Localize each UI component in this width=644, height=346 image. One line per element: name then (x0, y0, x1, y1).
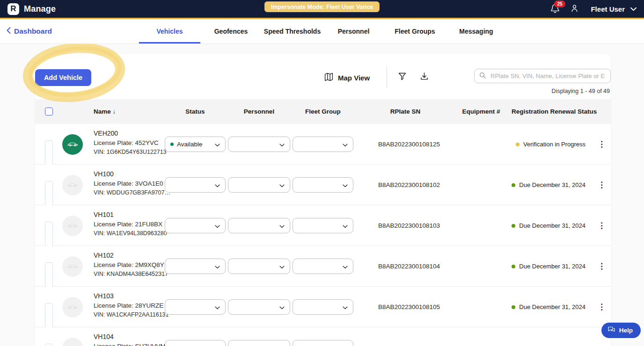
fleet-group-select[interactable] (293, 137, 353, 152)
tab-speed-thresholds[interactable]: Speed Thresholds (262, 19, 323, 43)
vehicle-avatar (62, 297, 83, 317)
filter-button[interactable] (397, 72, 407, 83)
search-input[interactable] (490, 72, 606, 80)
vehicle-info: VH103 License Plate: 28YURZE VIN: WA1CKA… (94, 293, 169, 317)
personnel-select[interactable] (228, 259, 290, 274)
back-to-dashboard-link[interactable]: Dashboard (7, 19, 52, 43)
vehicle-avatar (62, 338, 83, 346)
due-status-dot (512, 265, 515, 268)
vehicle-license-plate: License Plate: 452YVC (94, 140, 167, 146)
renewal-status: Due December 31, 2024 (512, 246, 585, 287)
tab-geofences[interactable]: Geofences (200, 19, 262, 43)
vehicle-name: VH102 (94, 252, 168, 259)
fleet-group-select[interactable] (293, 259, 353, 274)
chevron-down-icon (343, 344, 348, 346)
tab-messaging[interactable]: Messaging (446, 19, 507, 43)
add-vehicle-button[interactable]: Add Vehicle (35, 69, 91, 86)
vehicle-avatar (62, 216, 83, 236)
status-select[interactable] (165, 340, 226, 346)
status-select[interactable]: Available (165, 137, 226, 152)
table-row: VH101 License Plate: 21FU8BX VIN: WA1EV9… (35, 205, 611, 246)
available-status-dot (170, 143, 174, 146)
vehicle-license-plate: License Plate: 2M9XQ8Y (94, 262, 168, 268)
vehicle-vin: VIN: WDDUG7GB3FA9707… (94, 190, 170, 196)
fleet-group-select[interactable] (293, 177, 353, 193)
row-actions-menu[interactable]: ⋮ (598, 124, 606, 165)
table-row: VH104 License Plate: SU7UVVM (35, 327, 611, 346)
vehicle-name: VH103 (94, 293, 169, 299)
fleet-group-select[interactable] (293, 299, 353, 315)
topbar-actions: 25 Fleet User (550, 3, 637, 14)
account-button[interactable] (570, 3, 579, 14)
row-actions-menu[interactable]: ⋮ (598, 287, 606, 327)
tab-fleet-groups[interactable]: Fleet Groups (384, 19, 446, 43)
gold-divider (0, 18, 644, 19)
chevron-down-icon (215, 344, 220, 346)
personnel-select[interactable] (228, 177, 290, 193)
vehicle-license-plate: License Plate: 28YURZE (94, 303, 169, 309)
select-all-checkbox[interactable] (45, 108, 53, 115)
download-button[interactable] (419, 72, 429, 83)
chevron-left-icon (7, 27, 11, 36)
vehicle-name: VH104 (94, 333, 166, 340)
row-checkbox[interactable] (45, 344, 53, 346)
chevron-down-icon (343, 303, 348, 311)
vehicle-license-plate: License Plate: 3VOA1E0 (94, 180, 170, 187)
car-icon (66, 303, 79, 312)
fleet-group-select[interactable] (293, 218, 353, 233)
verification-status-dot (516, 143, 520, 146)
chat-bubbles-icon (607, 326, 615, 335)
vehicle-license-plate: License Plate: 21FU8BX (94, 221, 167, 228)
map-icon (324, 72, 334, 83)
vehicle-info: VH104 License Plate: SU7UVVM (94, 333, 166, 346)
user-menu[interactable]: Fleet User (588, 5, 637, 13)
vehicle-avatar (62, 175, 83, 195)
vehicles-panel: Add Vehicle Map View (35, 54, 611, 346)
chevron-down-icon (215, 262, 220, 271)
table-row: VH103 License Plate: 28YURZE VIN: WA1CKA… (35, 287, 611, 327)
help-button[interactable]: Help (601, 323, 641, 338)
help-label: Help (619, 327, 633, 334)
fleet-group-select[interactable] (293, 340, 353, 346)
status-value: Available (177, 141, 203, 148)
chevron-down-icon (279, 303, 285, 311)
map-view-button[interactable]: Map View (324, 69, 370, 86)
chevron-down-icon (630, 5, 637, 13)
search-box (474, 69, 611, 83)
status-select[interactable] (165, 218, 226, 233)
status-select[interactable] (165, 177, 226, 193)
chevron-down-icon (215, 181, 220, 189)
vehicle-vin: VIN: WA1EV94L38D963280 (94, 231, 167, 237)
notifications-button[interactable]: 25 (550, 3, 561, 14)
car-icon (66, 222, 79, 231)
chevron-down-icon (343, 181, 348, 189)
car-icon (66, 140, 79, 149)
rplate-sn: B8AB2022300108105 (378, 287, 440, 327)
row-actions-menu[interactable]: ⋮ (598, 246, 606, 287)
personnel-select[interactable] (228, 299, 290, 315)
status-select[interactable] (165, 299, 226, 315)
status-select[interactable] (165, 259, 226, 274)
chevron-down-icon (343, 222, 348, 230)
row-actions-menu[interactable]: ⋮ (598, 205, 606, 246)
col-header-name[interactable]: Name ↓ (94, 99, 116, 124)
chevron-down-icon (279, 262, 285, 271)
vehicles-toolbar: Add Vehicle Map View (35, 54, 611, 99)
tab-vehicles[interactable]: Vehicles (139, 19, 200, 43)
vehicle-avatar (62, 134, 83, 155)
personnel-select[interactable] (228, 340, 290, 346)
sort-descending-icon: ↓ (113, 108, 116, 115)
row-actions-menu[interactable]: ⋮ (598, 165, 606, 205)
rplate-sn: B8AB2022300108125 (378, 124, 440, 165)
vehicle-vin: VIN: 1G6KD54Y63U122713 (94, 149, 167, 155)
person-icon (570, 3, 579, 14)
vehicle-info: VH101 License Plate: 21FU8BX VIN: WA1EV9… (94, 211, 167, 236)
user-name: Fleet User (591, 5, 625, 13)
personnel-select[interactable] (228, 137, 290, 152)
tab-personnel[interactable]: Personnel (323, 19, 384, 43)
rplate-sn: B8AB2022300108104 (378, 246, 440, 287)
bell-icon (550, 7, 560, 15)
personnel-select[interactable] (228, 218, 290, 233)
col-header-equipment: Equipment # (451, 99, 512, 124)
nav-tabs: Vehicles Geofences Speed Thresholds Pers… (139, 19, 507, 44)
